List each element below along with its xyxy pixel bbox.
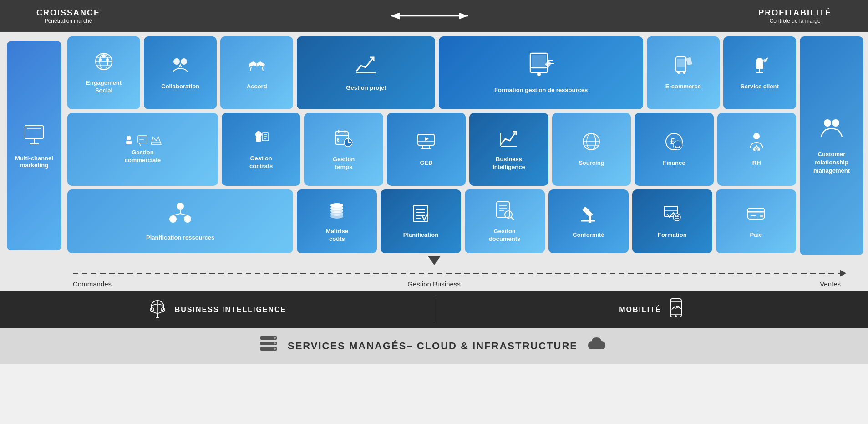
mobile-icon [669, 298, 683, 322]
multi-icon-row [123, 134, 162, 146]
bottom-services-bar: SERVICES MANAGÉS– CLOUD & INFRASTRUCTURE [0, 328, 868, 364]
tile-gestion-contrats[interactable]: Gestioncontrats [222, 113, 300, 186]
tile-rh[interactable]: RH [717, 113, 796, 186]
svg-text:6: 6 [337, 138, 340, 143]
svg-point-36 [255, 131, 262, 138]
tile-crm[interactable]: Customerrelationshipmanagement [800, 36, 863, 255]
rh-icon [746, 132, 766, 156]
svg-rect-18 [532, 55, 546, 69]
svg-rect-95 [589, 216, 591, 223]
tile-sourcing[interactable]: Sourcing [552, 113, 631, 186]
svg-rect-103 [748, 208, 764, 219]
tile-conformite[interactable]: Conformité [548, 189, 629, 253]
tile-finance[interactable]: £ Finance [635, 113, 713, 186]
globe-icon [94, 51, 114, 76]
svg-point-26 [683, 71, 685, 74]
tile-accord[interactable]: Accord [220, 36, 293, 109]
tile-ged[interactable]: GED [387, 113, 466, 186]
tile-gestion-commerciale[interactable]: Gestioncommerciale [67, 113, 218, 186]
timeline-ventes-label: Ventes [820, 280, 841, 288]
tile-multichannel[interactable]: Multi-channelmarketing [7, 41, 61, 250]
collaboration-label: Collaboration [161, 83, 199, 91]
svg-point-67 [753, 133, 760, 139]
tile-formation-gestion[interactable]: Formation gestion de ressources [439, 36, 643, 109]
svg-rect-24 [677, 59, 685, 67]
svg-point-113 [156, 317, 159, 318]
svg-rect-1 [25, 126, 43, 138]
svg-line-93 [511, 217, 514, 220]
chart-up-icon [499, 128, 519, 152]
engagement-social-label: EngagementSocial [86, 79, 122, 95]
svg-line-77 [180, 214, 188, 215]
rh-label: RH [752, 159, 761, 167]
gestion-documents-label: Gestiondocuments [489, 228, 520, 243]
tile-engagement-social[interactable]: EngagementSocial [67, 36, 140, 109]
brain-icon [147, 298, 168, 322]
tile-ecommerce[interactable]: E-commerce [647, 36, 720, 109]
trending-up-icon [355, 54, 377, 81]
header-profitabilite-subtitle: Contrôle de la marge [758, 18, 832, 24]
business-intelligence-label: BusinessIntelligence [492, 156, 525, 171]
tile-service-client[interactable]: Service client [723, 36, 796, 109]
tile-collaboration[interactable]: Collaboration [144, 36, 217, 109]
header: CROISSANCE Pénétration marché PROFITABIL… [0, 0, 868, 32]
accord-label: Accord [247, 83, 267, 91]
tile-gestion-projet[interactable]: Gestion projet [297, 36, 435, 109]
ecommerce-icon [673, 55, 693, 79]
tile-business-intelligence[interactable]: BusinessIntelligence [469, 113, 548, 186]
mob-label: MOBILITÉ [619, 306, 661, 314]
bidirectional-arrow-icon [384, 9, 475, 23]
header-right: PROFITABILITÉ Contrôle de la marge [758, 8, 832, 24]
svg-rect-32 [138, 136, 147, 143]
collaboration-icon [170, 55, 190, 79]
cloud-icon [587, 335, 609, 358]
sourcing-label: Sourcing [579, 159, 604, 167]
tile-gestion-documents[interactable]: Gestiondocuments [465, 189, 545, 253]
row1: EngagementSocial Collaboration [67, 36, 796, 109]
svg-rect-94 [582, 206, 593, 217]
svg-point-123 [274, 348, 276, 350]
formation-label: Formation [658, 231, 687, 239]
conformite-label: Conformité [573, 231, 604, 239]
ged-label: GED [420, 159, 432, 167]
gavel-icon [579, 204, 599, 228]
timeline-arrow-icon [840, 270, 846, 277]
svg-point-74 [184, 215, 191, 223]
header-croissance-title: CROISSANCE [36, 8, 100, 18]
svg-point-10 [102, 54, 106, 58]
tile-formation[interactable]: Formation [632, 189, 712, 253]
tile-maitrise-couts[interactable]: Maîtrisecoûts [297, 189, 377, 253]
gestion-temps-label: Gestiontemps [333, 156, 355, 171]
contract-icon [252, 129, 270, 151]
org-chart-icon [168, 201, 193, 230]
svg-point-99 [673, 214, 680, 221]
mob-section: MOBILITÉ [434, 298, 868, 322]
left-column: Multi-channelmarketing [5, 36, 64, 255]
header-profitabilite-title: PROFITABILITÉ [758, 8, 832, 18]
ecommerce-label: E-commerce [665, 83, 701, 91]
tile-gestion-temps[interactable]: 6 Gestiontemps [304, 113, 383, 186]
paie-label: Paie [750, 231, 762, 239]
center-grid: EngagementSocial Collaboration [67, 36, 796, 255]
tile-planification-ressources[interactable]: Planification ressources [67, 189, 293, 253]
svg-point-25 [677, 71, 680, 74]
timeline-commandes-label: Commandes [73, 280, 112, 288]
svg-point-20 [537, 72, 541, 76]
planification-ressources-label: Planification ressources [146, 234, 214, 242]
tile-planification[interactable]: Planification [381, 189, 461, 253]
finance-icon: £ [664, 132, 684, 156]
svg-point-117 [675, 315, 677, 317]
monitor-icon [416, 132, 436, 156]
svg-rect-31 [126, 141, 132, 144]
header-center [100, 9, 758, 23]
svg-rect-88 [497, 202, 509, 217]
main-area: Multi-channelmarketing [0, 32, 868, 255]
svg-rect-37 [256, 137, 261, 142]
svg-point-101 [677, 215, 679, 217]
timeline-dash-line [73, 273, 845, 274]
search-doc-icon [495, 200, 515, 224]
svg-point-72 [177, 203, 184, 210]
money-stack-icon [327, 200, 347, 224]
tile-paie[interactable]: Paie [716, 189, 796, 253]
service-client-label: Service client [741, 83, 779, 91]
